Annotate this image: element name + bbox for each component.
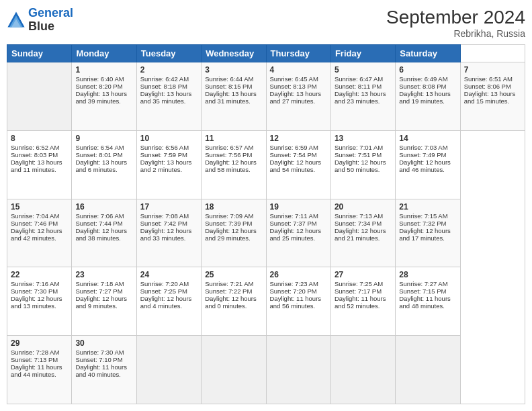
day-info: Daylight: 13 hours: [270, 90, 327, 97]
day-number: 18: [205, 202, 262, 212]
day-info: Daylight: 11 hours: [270, 295, 327, 302]
day-info: Sunset: 8:06 PM: [464, 83, 521, 90]
day-info: Sunrise: 7:23 AM: [270, 280, 327, 287]
day-number: 1: [75, 65, 132, 75]
calendar-day-header: Monday: [72, 45, 136, 62]
day-info: Sunrise: 7:03 AM: [399, 144, 456, 151]
calendar-cell: [330, 336, 395, 404]
day-info: and 39 minutes.: [75, 97, 132, 105]
calendar-cell: 2Sunrise: 6:42 AMSunset: 8:18 PMDaylight…: [136, 62, 201, 131]
day-info: Sunset: 7:13 PM: [11, 356, 68, 363]
calendar-cell: 20Sunrise: 7:13 AMSunset: 7:34 PMDayligh…: [330, 199, 395, 267]
day-info: Sunset: 8:13 PM: [270, 83, 327, 90]
day-info: and 54 minutes.: [270, 166, 327, 173]
day-info: Sunset: 8:08 PM: [399, 83, 456, 90]
calendar-day-header: Friday: [330, 45, 395, 62]
page: General Blue September 2024 Rebrikha, Ru…: [0, 0, 532, 411]
calendar-cell: 21Sunrise: 7:15 AMSunset: 7:32 PMDayligh…: [396, 199, 460, 267]
calendar-cell: 5Sunrise: 6:47 AMSunset: 8:11 PMDaylight…: [330, 62, 395, 131]
day-number: 5: [335, 65, 392, 75]
calendar-cell: 27Sunrise: 7:25 AMSunset: 7:17 PMDayligh…: [330, 267, 395, 336]
title-block: September 2024 Rebrikha, Russia: [386, 7, 525, 39]
day-info: Sunset: 7:27 PM: [75, 287, 132, 295]
calendar-header-row: SundayMondayTuesdayWednesdayThursdayFrid…: [7, 45, 525, 62]
day-info: and 25 minutes.: [270, 234, 327, 242]
calendar-cell: 1Sunrise: 6:40 AMSunset: 8:20 PMDaylight…: [72, 62, 136, 131]
header: General Blue September 2024 Rebrikha, Ru…: [7, 7, 525, 39]
logo-icon: [7, 11, 26, 30]
day-info: and 52 minutes.: [335, 302, 392, 310]
day-info: Sunset: 7:42 PM: [140, 220, 197, 227]
day-info: Daylight: 13 hours: [140, 158, 197, 166]
day-info: and 42 minutes.: [11, 234, 68, 242]
calendar-cell: 15Sunrise: 7:04 AMSunset: 7:46 PMDayligh…: [7, 199, 72, 267]
calendar-cell: 14Sunrise: 7:03 AMSunset: 7:49 PMDayligh…: [396, 130, 460, 199]
calendar-cell: 22Sunrise: 7:16 AMSunset: 7:30 PMDayligh…: [7, 267, 72, 336]
day-info: Sunrise: 7:16 AM: [11, 280, 68, 287]
day-info: Sunset: 7:32 PM: [399, 220, 456, 227]
day-info: Sunset: 7:49 PM: [399, 151, 456, 158]
day-info: Sunset: 8:11 PM: [335, 83, 392, 90]
day-info: Sunrise: 7:18 AM: [75, 280, 132, 287]
calendar-week-row: 8Sunrise: 6:52 AMSunset: 8:03 PMDaylight…: [7, 130, 525, 199]
day-info: Sunrise: 7:21 AM: [205, 280, 262, 287]
day-info: Daylight: 12 hours: [270, 158, 327, 166]
calendar-day-header: Wednesday: [202, 45, 266, 62]
day-info: Daylight: 12 hours: [75, 295, 132, 302]
day-number: 27: [335, 270, 392, 279]
day-number: 23: [75, 270, 132, 279]
day-info: Sunrise: 7:09 AM: [205, 212, 262, 220]
day-info: and 29 minutes.: [205, 234, 262, 242]
day-info: Sunrise: 6:57 AM: [205, 144, 262, 151]
day-info: Daylight: 12 hours: [140, 227, 197, 234]
day-info: Sunrise: 6:51 AM: [464, 75, 521, 83]
day-info: Daylight: 13 hours: [75, 158, 132, 166]
day-info: Sunrise: 7:25 AM: [335, 280, 392, 287]
day-info: Sunrise: 7:15 AM: [399, 212, 456, 220]
day-number: 20: [335, 202, 392, 212]
day-number: 29: [11, 338, 68, 348]
calendar-cell: 8Sunrise: 6:52 AMSunset: 8:03 PMDaylight…: [7, 130, 72, 199]
day-info: Sunset: 7:15 PM: [399, 287, 456, 295]
day-info: Sunset: 7:20 PM: [270, 287, 327, 295]
day-info: Daylight: 13 hours: [464, 90, 521, 97]
calendar-day-header: Saturday: [396, 45, 460, 62]
calendar-cell: [396, 336, 460, 404]
logo-line2: Blue: [28, 20, 73, 34]
day-info: Sunset: 8:03 PM: [11, 151, 68, 158]
day-number: 7: [464, 65, 521, 75]
day-number: 14: [399, 134, 456, 143]
day-info: Sunrise: 6:42 AM: [140, 75, 197, 83]
day-info: Daylight: 12 hours: [205, 295, 262, 302]
day-info: and 56 minutes.: [270, 302, 327, 310]
calendar-cell: 29Sunrise: 7:28 AMSunset: 7:13 PMDayligh…: [7, 336, 72, 404]
day-info: Sunset: 7:51 PM: [335, 151, 392, 158]
day-info: and 44 minutes.: [11, 371, 68, 378]
day-info: Daylight: 13 hours: [205, 90, 262, 97]
calendar-week-row: 1Sunrise: 6:40 AMSunset: 8:20 PMDaylight…: [7, 62, 525, 131]
day-number: 16: [75, 202, 132, 212]
day-number: 22: [11, 270, 68, 279]
day-info: Sunrise: 7:01 AM: [335, 144, 392, 151]
day-info: Sunset: 7:46 PM: [11, 220, 68, 227]
day-info: and 19 minutes.: [399, 97, 456, 105]
day-info: Sunrise: 6:49 AM: [399, 75, 456, 83]
day-info: and 15 minutes.: [464, 97, 521, 105]
calendar-day-header: Sunday: [7, 45, 72, 62]
day-info: Sunrise: 6:47 AM: [335, 75, 392, 83]
day-number: 24: [140, 270, 197, 279]
calendar-week-row: 29Sunrise: 7:28 AMSunset: 7:13 PMDayligh…: [7, 336, 525, 404]
calendar-cell: 3Sunrise: 6:44 AMSunset: 8:15 PMDaylight…: [202, 62, 266, 131]
day-number: 17: [140, 202, 197, 212]
day-number: 13: [335, 134, 392, 143]
day-info: Sunset: 7:25 PM: [140, 287, 197, 295]
day-info: Sunset: 7:56 PM: [205, 151, 262, 158]
day-info: Daylight: 12 hours: [399, 227, 456, 234]
day-info: Daylight: 12 hours: [75, 227, 132, 234]
day-info: Daylight: 12 hours: [140, 295, 197, 302]
day-info: and 13 minutes.: [11, 302, 68, 310]
day-info: Sunset: 7:54 PM: [270, 151, 327, 158]
day-info: and 58 minutes.: [205, 166, 262, 173]
location: Rebrikha, Russia: [386, 28, 525, 39]
day-info: Sunrise: 6:45 AM: [270, 75, 327, 83]
